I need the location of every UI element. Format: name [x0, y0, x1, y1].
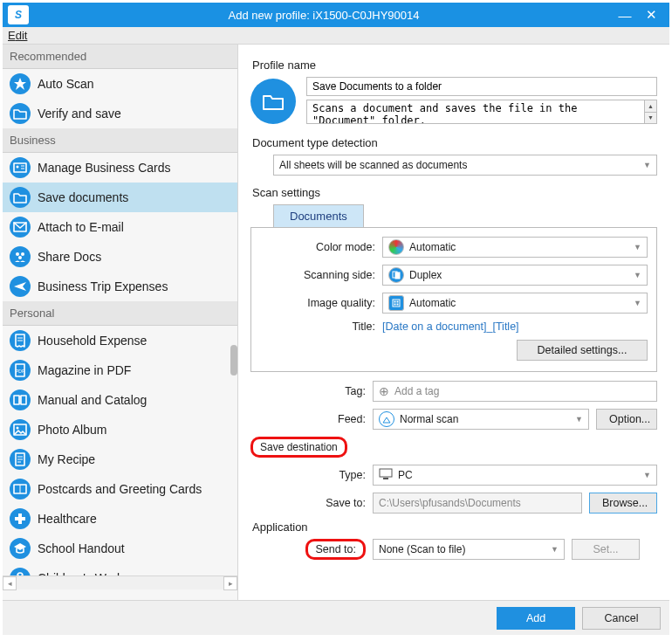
- sidebar-item[interactable]: Share Docs: [3, 242, 237, 272]
- image-quality-value: Automatic: [409, 297, 456, 309]
- sidebar-item[interactable]: My Recipe: [3, 445, 237, 474]
- profile-template-sidebar: RecommendedAuto ScanVerify and saveBusin…: [3, 45, 238, 600]
- doc-type-detection-select[interactable]: All sheets will be scanned as documents …: [273, 155, 657, 176]
- menu-edit-rest[interactable]: dit: [16, 29, 28, 42]
- sidebar-item[interactable]: Business Trip Expenses: [3, 272, 237, 301]
- scanning-side-value: Duplex: [409, 269, 442, 281]
- chevron-down-icon: ▼: [575, 415, 583, 424]
- sidebar-item-label: Manual and Catalog: [38, 393, 147, 407]
- feed-select[interactable]: Normal scan ▼: [373, 409, 589, 430]
- scanning-side-select[interactable]: Duplex ▼: [382, 265, 648, 286]
- send-to-label: Send to:: [305, 539, 366, 560]
- send-to-wrap: Send to:: [250, 539, 366, 560]
- description-spinner[interactable]: ▲▼: [645, 100, 657, 124]
- svg-rect-28: [395, 272, 400, 279]
- chevron-down-icon: ▼: [634, 243, 641, 252]
- sidebar-item[interactable]: PDFMagazine in PDF: [3, 355, 237, 385]
- card-icon: [10, 157, 31, 178]
- send-to-value: None (Scan to file): [379, 543, 465, 555]
- postcard-icon: [10, 479, 31, 500]
- detailed-settings-button[interactable]: Detailed settings...: [517, 340, 648, 361]
- scan-settings-panel: Color mode: Automatic ▼ Scanning side: D…: [250, 227, 657, 372]
- minimize-button[interactable]: —: [612, 8, 638, 23]
- doc-type-detection-label: Document type detection: [252, 136, 657, 149]
- sidebar-item[interactable]: Manual and Catalog: [3, 385, 237, 415]
- svg-rect-23: [15, 517, 25, 520]
- recipe-icon: [10, 449, 31, 470]
- sidebar-item[interactable]: Children's Works: [3, 563, 237, 576]
- scan-settings-label: Scan settings: [252, 186, 657, 199]
- profile-description-input[interactable]: Scans a document and saves the file in t…: [306, 100, 645, 124]
- pdf-icon: PDF: [10, 360, 31, 381]
- color-mode-select[interactable]: Automatic ▼: [382, 237, 648, 258]
- tag-placeholder: Add a tag: [394, 385, 439, 397]
- photo-icon: [10, 419, 31, 440]
- sidebar-item-label: My Recipe: [38, 452, 95, 466]
- profile-folder-icon: [250, 79, 296, 124]
- cancel-button[interactable]: Cancel: [582, 607, 661, 630]
- spinner-up[interactable]: ▲: [645, 100, 656, 113]
- sidebar-item[interactable]: Manage Business Cards: [3, 153, 237, 183]
- svg-point-8: [18, 256, 22, 259]
- save-type-select[interactable]: PC ▼: [373, 465, 657, 486]
- image-quality-select[interactable]: Automatic ▼: [382, 293, 648, 314]
- sidebar-group-header: Personal: [3, 301, 237, 326]
- sidebar-item[interactable]: Verify and save: [3, 99, 237, 128]
- scrollbar-thumb[interactable]: [230, 345, 237, 376]
- people-icon: [10, 246, 31, 267]
- sidebar-item[interactable]: Attach to E-mail: [3, 212, 237, 242]
- sidebar-item-label: Postcards and Greeting Cards: [38, 482, 202, 496]
- tag-label: Tag:: [250, 385, 366, 397]
- child-icon: [10, 568, 31, 576]
- mail-icon: [10, 217, 31, 238]
- close-button[interactable]: ✕: [638, 7, 664, 23]
- spinner-down[interactable]: ▼: [645, 113, 656, 124]
- title-bar: S Add new profile: iX1500-C0JHY90014 — ✕: [3, 3, 669, 27]
- add-button[interactable]: Add: [497, 607, 575, 630]
- health-icon: [10, 508, 31, 529]
- tag-input[interactable]: ⊕ Add a tag: [373, 381, 657, 402]
- sidebar-item[interactable]: Save documents: [3, 183, 237, 212]
- tab-documents[interactable]: Documents: [273, 204, 364, 227]
- svg-rect-30: [394, 301, 396, 303]
- chevron-down-icon: ▼: [643, 161, 651, 169]
- sidebar-item[interactable]: Healthcare: [3, 504, 237, 534]
- sidebar-item-label: Auto Scan: [38, 77, 94, 91]
- sidebar-item[interactable]: Postcards and Greeting Cards: [3, 474, 237, 504]
- receipt-icon: [10, 330, 31, 351]
- color-mode-label: Color mode:: [260, 241, 375, 253]
- save-destination-label: Save destination: [250, 437, 347, 458]
- sidebar-item-label: Healthcare: [38, 512, 97, 526]
- save-to-path-value: C:\Users\pfusands\Documents: [379, 497, 521, 509]
- chevron-down-icon: ▼: [643, 471, 651, 479]
- sidebar-item-label: Photo Album: [38, 423, 106, 437]
- send-to-select[interactable]: None (Scan to file) ▼: [373, 539, 565, 560]
- sidebar-group-header: Business: [3, 128, 237, 153]
- menu-edit-key[interactable]: E: [8, 29, 16, 42]
- sidebar-item[interactable]: School Handout: [3, 534, 237, 563]
- star-icon: [10, 73, 31, 94]
- duplex-icon: [388, 267, 404, 283]
- scroll-left-arrow[interactable]: ◂: [3, 576, 17, 590]
- svg-rect-1: [14, 163, 26, 172]
- sidebar-item[interactable]: Photo Album: [3, 415, 237, 445]
- sidebar-vertical-scrollbar[interactable]: [230, 345, 237, 586]
- feed-option-button[interactable]: Option...: [596, 409, 657, 430]
- profile-name-label: Profile name: [252, 59, 657, 72]
- title-template-link[interactable]: [Date on a document]_[Title]: [382, 320, 519, 333]
- auto-color-icon: [388, 239, 404, 255]
- sidebar-item[interactable]: Household Expense: [3, 326, 237, 355]
- sidebar-group-header: Recommended: [3, 45, 237, 69]
- sidebar-horizontal-scrollbar[interactable]: ◂ ▸: [3, 576, 237, 589]
- title-label: Title:: [260, 320, 375, 333]
- plane-icon: [10, 276, 31, 297]
- app-logo-icon: S: [8, 5, 29, 24]
- profile-name-input[interactable]: [306, 77, 657, 96]
- browse-button[interactable]: Browse...: [589, 493, 657, 513]
- svg-point-15: [17, 427, 19, 430]
- book-icon: [10, 389, 31, 410]
- doc-type-detection-value: All sheets will be scanned as documents: [279, 159, 467, 171]
- chevron-down-icon: ▼: [551, 545, 559, 554]
- sidebar-item[interactable]: Auto Scan: [3, 69, 237, 99]
- school-icon: [10, 538, 31, 559]
